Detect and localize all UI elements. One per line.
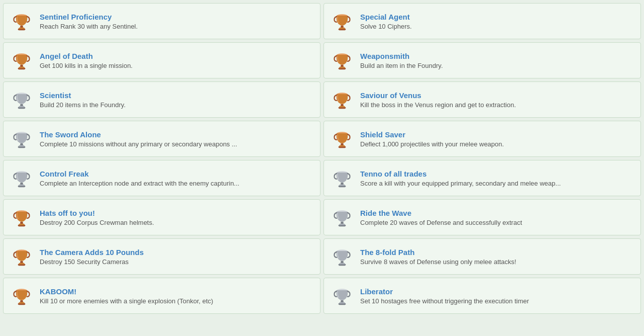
achievement-control-freak: Control Freak Complete an Interception n… (3, 160, 320, 196)
achievement-special-agent: Special Agent Solve 10 Ciphers. (324, 3, 641, 39)
achievement-text-tenno-of-all-trades: Tenno of all trades Score a kill with yo… (360, 170, 561, 187)
achievement-desc-camera-adds-10-pounds: Destroy 150 Security Cameras (40, 258, 144, 266)
achievement-text-special-agent: Special Agent Solve 10 Ciphers. (360, 13, 412, 30)
achievement-shield-saver: Shield Saver Deflect 1,000 projectiles w… (324, 121, 641, 157)
trophy-icon-ride-the-wave (331, 206, 353, 228)
trophy-icon-the-8-fold-path (331, 245, 353, 268)
achievement-text-the-8-fold-path: The 8-fold Path Survive 8 waves of Defen… (360, 248, 516, 266)
achievement-liberator: Liberator Set 10 hostages free without t… (324, 278, 641, 314)
achievement-desc-scientist: Build 20 items in the Foundry. (40, 101, 126, 109)
achievement-desc-shield-saver: Deflect 1,000 projectiles with your mele… (360, 140, 504, 148)
achievement-text-camera-adds-10-pounds: The Camera Adds 10 Pounds Destroy 150 Se… (40, 248, 144, 266)
achievement-desc-ride-the-wave: Complete 20 waves of Defense and success… (360, 219, 522, 226)
achievement-desc-weaponsmith: Build an item in the Foundry. (360, 62, 443, 69)
achievement-title-shield-saver: Shield Saver (360, 130, 504, 139)
achievement-the-8-fold-path: The 8-fold Path Survive 8 waves of Defen… (324, 238, 641, 275)
achievement-desc-special-agent: Solve 10 Ciphers. (360, 23, 412, 30)
achievement-desc-the-8-fold-path: Survive 8 waves of Defense using only me… (360, 258, 516, 266)
achievement-tenno-of-all-trades: Tenno of all trades Score a kill with yo… (324, 160, 641, 196)
achievement-title-camera-adds-10-pounds: The Camera Adds 10 Pounds (40, 248, 144, 257)
trophy-icon-weaponsmith (331, 49, 353, 71)
svg-rect-7 (340, 28, 345, 29)
trophy-icon-the-sword-alone (11, 128, 33, 150)
svg-rect-35 (19, 185, 25, 186)
trophy-icon-hats-off-to-you (11, 206, 33, 228)
achievement-desc-kaboom: Kill 10 or more enemies with a single ex… (40, 297, 213, 305)
achievement-title-sentinel-proficiency: Sentinel Proficiency (40, 13, 138, 21)
achievement-title-tenno-of-all-trades: Tenno of all trades (360, 170, 561, 178)
achievement-text-angel-of-death: Angel of Death Get 100 kills in a single… (40, 52, 133, 69)
achievement-angel-of-death: Angel of Death Get 100 kills in a single… (3, 42, 320, 78)
achievement-title-hats-off-to-you: Hats off to you! (40, 209, 154, 217)
svg-rect-31 (340, 145, 345, 147)
achievement-text-scientist: Scientist Build 20 items in the Foundry. (40, 91, 126, 109)
achievement-text-weaponsmith: Weaponsmith Build an item in the Foundry… (360, 52, 443, 69)
svg-rect-19 (19, 106, 25, 108)
achievement-desc-hats-off-to-you: Destroy 200 Corpus Crewman helmets. (40, 219, 154, 226)
achievement-text-ride-the-wave: Ride the Wave Complete 20 waves of Defen… (360, 209, 522, 226)
trophy-icon-special-agent (331, 10, 353, 32)
trophy-icon-scientist (11, 89, 33, 111)
achievement-title-the-sword-alone: The Sword Alone (40, 130, 237, 139)
achievement-title-saviour-of-venus: Saviour of Venus (360, 91, 516, 100)
svg-rect-63 (340, 302, 345, 304)
trophy-icon-control-freak (11, 167, 33, 189)
achievement-desc-saviour-of-venus: Kill the boss in the Venus region and ge… (360, 101, 516, 109)
achievement-title-kaboom: KABOOM! (40, 287, 213, 296)
achievement-desc-sentinel-proficiency: Reach Rank 30 with any Sentinel. (40, 23, 138, 30)
trophy-icon-tenno-of-all-trades (331, 167, 353, 189)
svg-rect-15 (340, 67, 345, 68)
svg-rect-11 (19, 67, 25, 68)
achievement-text-saviour-of-venus: Saviour of Venus Kill the boss in the Ve… (360, 91, 516, 109)
trophy-icon-saviour-of-venus (331, 89, 353, 111)
svg-rect-47 (340, 224, 345, 225)
achievement-camera-adds-10-pounds: The Camera Adds 10 Pounds Destroy 150 Se… (3, 238, 320, 275)
trophy-icon-kaboom (11, 285, 33, 307)
svg-rect-23 (340, 106, 345, 108)
achievement-desc-liberator: Set 10 hostages free without triggering … (360, 297, 529, 305)
achievement-sentinel-proficiency: Sentinel Proficiency Reach Rank 30 with … (3, 3, 320, 39)
achievement-desc-control-freak: Complete an Interception node and extrac… (40, 180, 239, 187)
achievement-text-liberator: Liberator Set 10 hostages free without t… (360, 287, 529, 305)
achievement-text-kaboom: KABOOM! Kill 10 or more enemies with a s… (40, 287, 213, 305)
achievement-text-hats-off-to-you: Hats off to you! Destroy 200 Corpus Crew… (40, 209, 154, 226)
svg-rect-43 (19, 224, 25, 225)
trophy-icon-liberator (331, 285, 353, 307)
achievement-desc-the-sword-alone: Complete 10 missions without any primary… (40, 140, 237, 148)
achievement-the-sword-alone: The Sword Alone Complete 10 missions wit… (3, 121, 320, 157)
achievement-saviour-of-venus: Saviour of Venus Kill the boss in the Ve… (324, 81, 641, 118)
achievement-title-the-8-fold-path: The 8-fold Path (360, 248, 516, 257)
svg-rect-59 (19, 302, 25, 304)
trophy-icon-camera-adds-10-pounds (11, 245, 33, 268)
trophy-icon-angel-of-death (11, 49, 33, 71)
achievement-text-control-freak: Control Freak Complete an Interception n… (40, 170, 239, 187)
svg-rect-39 (340, 185, 345, 186)
svg-rect-55 (340, 263, 345, 265)
achievement-title-scientist: Scientist (40, 91, 126, 100)
achievement-text-shield-saver: Shield Saver Deflect 1,000 projectiles w… (360, 130, 504, 148)
achievement-hats-off-to-you: Hats off to you! Destroy 200 Corpus Crew… (3, 199, 320, 235)
achievement-title-control-freak: Control Freak (40, 170, 239, 178)
trophy-icon-shield-saver (331, 128, 353, 150)
svg-rect-27 (19, 145, 25, 147)
achievement-title-weaponsmith: Weaponsmith (360, 52, 443, 60)
svg-rect-3 (19, 28, 25, 29)
achievement-desc-tenno-of-all-trades: Score a kill with your equipped primary,… (360, 180, 561, 187)
achievement-ride-the-wave: Ride the Wave Complete 20 waves of Defen… (324, 199, 641, 235)
achievement-title-angel-of-death: Angel of Death (40, 52, 133, 60)
achievement-text-sentinel-proficiency: Sentinel Proficiency Reach Rank 30 with … (40, 13, 138, 30)
trophy-icon-sentinel-proficiency (11, 10, 33, 32)
achievement-desc-angel-of-death: Get 100 kills in a single mission. (40, 62, 133, 69)
achievement-text-the-sword-alone: The Sword Alone Complete 10 missions wit… (40, 130, 237, 148)
achievement-scientist: Scientist Build 20 items in the Foundry. (3, 81, 320, 118)
achievements-grid: Sentinel Proficiency Reach Rank 30 with … (0, 0, 644, 317)
achievement-title-ride-the-wave: Ride the Wave (360, 209, 522, 217)
achievement-kaboom: KABOOM! Kill 10 or more enemies with a s… (3, 278, 320, 314)
svg-rect-51 (19, 263, 25, 265)
achievement-weaponsmith: Weaponsmith Build an item in the Foundry… (324, 42, 641, 78)
achievement-title-liberator: Liberator (360, 287, 529, 296)
achievement-title-special-agent: Special Agent (360, 13, 412, 21)
